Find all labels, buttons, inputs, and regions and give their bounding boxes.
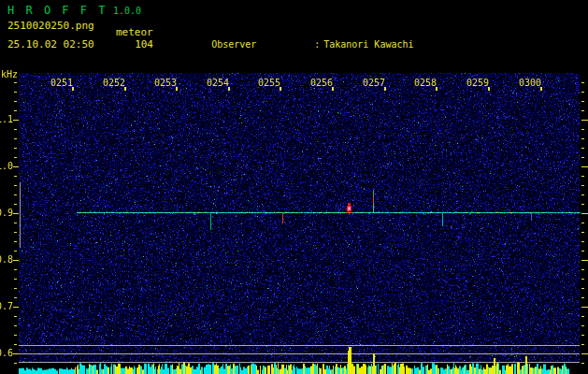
khz-tick-label: 0.6 xyxy=(0,348,13,358)
info-row-location: Receiving Location:Ogaki, Gifu, JAPAN (1… xyxy=(166,62,526,73)
khz-tick-label: 1.0 xyxy=(0,161,13,171)
info-value: Takanori Kawachi xyxy=(323,39,413,50)
date-time: 25.10.02 02:50 xyxy=(7,38,94,50)
info-separator: : xyxy=(314,39,323,50)
time-tick-label: 0254 xyxy=(207,78,229,88)
echo-count: 104 xyxy=(129,38,153,50)
time-tick-label: 0300 xyxy=(519,78,541,88)
spectrogram-canvas xyxy=(0,73,588,374)
mode-label: meteor xyxy=(116,26,153,38)
time-tick-label: 0251 xyxy=(50,78,73,88)
time-tick-label: 0259 xyxy=(466,78,489,88)
hrofft-screen: H R O F F T 1.0.0 2510020250.png meteor … xyxy=(0,0,588,374)
khz-tick-label: 0.8 xyxy=(0,254,13,265)
info-row-observer: Observer:Takanori Kawachi xyxy=(166,28,526,39)
output-filename: 2510020250.png xyxy=(7,20,94,32)
time-tick-label: 0255 xyxy=(258,78,280,88)
time-tick-label: 0252 xyxy=(103,78,125,88)
khz-tick-label: 0.7 xyxy=(0,301,13,311)
time-tick-label: 0256 xyxy=(310,78,333,88)
app-version: 1.0.0 xyxy=(113,6,141,16)
y-axis-unit-label: kHz xyxy=(1,69,18,79)
info-label: Observer xyxy=(211,39,314,50)
khz-tick-label: 1.1 xyxy=(0,114,13,124)
time-tick-label: 0253 xyxy=(154,78,177,88)
time-tick-label: 0258 xyxy=(414,78,437,88)
time-tick-label: 0257 xyxy=(363,78,385,88)
khz-tick-label: 0.9 xyxy=(0,208,13,218)
app-title: H R O F F T xyxy=(7,4,108,17)
